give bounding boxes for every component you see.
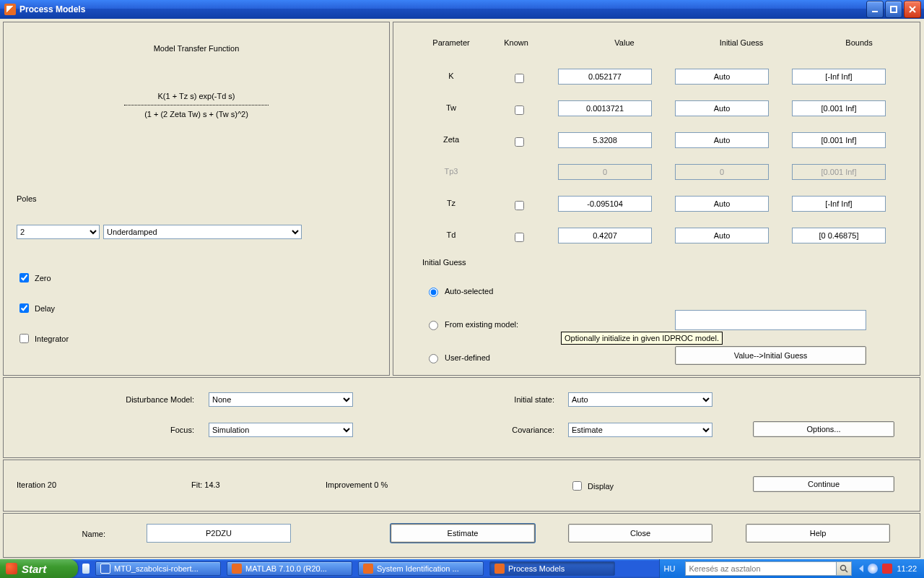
estimate-button[interactable]: Estimate — [391, 524, 535, 543]
param-name: Td — [422, 230, 480, 239]
start-button[interactable]: Start — [0, 559, 78, 578]
param-guess-input[interactable] — [675, 100, 769, 116]
covariance-select[interactable]: Estimate — [568, 423, 712, 437]
tf-title: Model Transfer Function — [4, 44, 389, 53]
settings-panel: Disturbance Model: None Focus: Simulatio… — [3, 377, 920, 458]
tf-denominator: (1 + (2 Zeta Tw) s + (Tw s)^2) — [4, 107, 389, 121]
param-name: Tp3 — [422, 167, 480, 176]
param-known-checkbox[interactable] — [515, 105, 524, 115]
tray-expand-icon[interactable] — [859, 565, 863, 572]
tf-formula: K(1 + Tz s) exp(-Td s) (1 + (2 Zeta Tw) … — [4, 89, 389, 121]
zero-checkbox[interactable] — [19, 273, 29, 282]
param-guess-input[interactable] — [675, 196, 769, 212]
param-value-input[interactable] — [558, 196, 652, 212]
close-button[interactable] — [904, 1, 921, 18]
task-item-label: MATLAB 7.10.0 (R20... — [245, 564, 327, 573]
radio-user[interactable] — [429, 354, 438, 363]
param-guess-input[interactable] — [675, 228, 769, 243]
param-value-input[interactable] — [558, 100, 652, 116]
svg-rect-1 — [891, 7, 897, 12]
param-guess-input — [675, 164, 769, 180]
start-orb-icon — [6, 563, 17, 574]
close-button-main[interactable]: Close — [568, 524, 712, 543]
desktop-search[interactable] — [685, 561, 852, 576]
action-panel: Name: Estimate Close Help — [3, 513, 920, 558]
integrator-checkbox[interactable] — [19, 334, 29, 343]
tray-shield-icon[interactable] — [882, 564, 892, 574]
param-bounds-input[interactable] — [792, 196, 886, 212]
param-bounds-input[interactable] — [792, 100, 886, 116]
maximize-button[interactable] — [885, 1, 902, 18]
desktop-search-input[interactable] — [686, 563, 836, 574]
tooltip: Optionally initialize in given IDPROC mo… — [561, 332, 723, 345]
taskbar: Start MTÜ_szabolcsi-robert... MATLAB 7.1… — [0, 559, 924, 578]
poles-count-select[interactable]: 2 — [17, 225, 100, 239]
header-parameter: Parameter — [422, 38, 480, 47]
radio-auto-row[interactable]: Auto-selected — [425, 285, 493, 297]
display-checkbox-row[interactable]: Display — [570, 479, 614, 493]
poles-mode-select[interactable]: Underdamped — [103, 225, 302, 239]
left-panel: Model Transfer Function K(1 + Tz s) exp(… — [3, 22, 390, 376]
param-bounds-input[interactable] — [792, 69, 886, 85]
param-guess-input[interactable] — [675, 132, 769, 148]
param-bounds-input[interactable] — [792, 228, 886, 243]
options-button[interactable]: Options... — [753, 421, 894, 437]
delay-checkbox[interactable] — [19, 303, 29, 313]
name-label: Name: — [82, 530, 105, 538]
tray-icon[interactable] — [868, 564, 878, 574]
param-known-checkbox[interactable] — [515, 137, 524, 147]
language-indicator[interactable]: HU — [664, 564, 676, 573]
app-icon — [4, 4, 16, 15]
param-value-input — [558, 164, 652, 180]
display-checkbox[interactable] — [572, 481, 582, 491]
param-known-checkbox[interactable] — [515, 201, 524, 210]
existing-model-input[interactable] — [675, 310, 866, 330]
param-value-input[interactable] — [558, 69, 652, 85]
initial-guess-label: Initial Guess — [422, 258, 466, 267]
focus-select[interactable]: Simulation — [209, 423, 353, 437]
param-bounds-input[interactable] — [792, 132, 886, 148]
initial-state-label: Initial state: — [514, 395, 554, 404]
radio-existing[interactable] — [429, 321, 438, 330]
disturbance-select[interactable]: None — [209, 392, 353, 407]
task-item-active[interactable]: Process Models — [489, 561, 615, 576]
delay-checkbox-row[interactable]: Delay — [17, 301, 55, 315]
zero-checkbox-row[interactable]: Zero — [17, 271, 51, 285]
poles-label: Poles — [17, 194, 37, 203]
improvement-text: Improvement 0 % — [326, 480, 388, 489]
word-icon — [100, 564, 110, 574]
minimize-button[interactable] — [866, 1, 884, 18]
task-item[interactable]: MTÜ_szabolcsi-robert... — [95, 561, 221, 576]
radio-existing-row[interactable]: From existing model: — [425, 319, 518, 330]
param-name: Tz — [422, 199, 480, 207]
param-name: Zeta — [422, 135, 480, 144]
integrator-checkbox-row[interactable]: Integrator — [17, 332, 69, 345]
param-known-checkbox[interactable] — [515, 233, 524, 242]
header-value: Value — [581, 38, 668, 47]
matlab-icon — [363, 564, 373, 574]
disturbance-label: Disturbance Model: — [126, 395, 194, 404]
matlab-icon — [232, 564, 242, 574]
param-bounds-input — [792, 164, 886, 180]
quicklaunch-icon[interactable] — [82, 564, 90, 574]
radio-user-row[interactable]: User-defined — [425, 352, 490, 363]
integrator-label: Integrator — [35, 335, 69, 343]
name-input[interactable] — [147, 524, 291, 543]
search-button[interactable] — [836, 562, 851, 575]
help-button[interactable]: Help — [746, 524, 890, 543]
param-value-input[interactable] — [558, 132, 652, 148]
param-guess-input[interactable] — [675, 69, 769, 85]
value-to-guess-button[interactable]: Value-->Initial Guess — [675, 346, 866, 365]
clock[interactable]: 11:22 — [897, 564, 917, 573]
param-known-checkbox[interactable] — [515, 74, 524, 83]
task-item[interactable]: MATLAB 7.10.0 (R20... — [227, 561, 352, 576]
initial-state-select[interactable]: Auto — [568, 392, 712, 407]
radio-auto-label: Auto-selected — [445, 287, 493, 296]
header-initialguess: Initial Guess — [698, 38, 785, 47]
svg-point-4 — [841, 566, 846, 571]
param-value-input[interactable] — [558, 228, 652, 243]
task-item[interactable]: System Identification ... — [358, 561, 484, 576]
radio-auto[interactable] — [429, 288, 438, 297]
continue-button[interactable]: Continue — [753, 476, 894, 492]
task-item-label: Process Models — [508, 564, 565, 573]
